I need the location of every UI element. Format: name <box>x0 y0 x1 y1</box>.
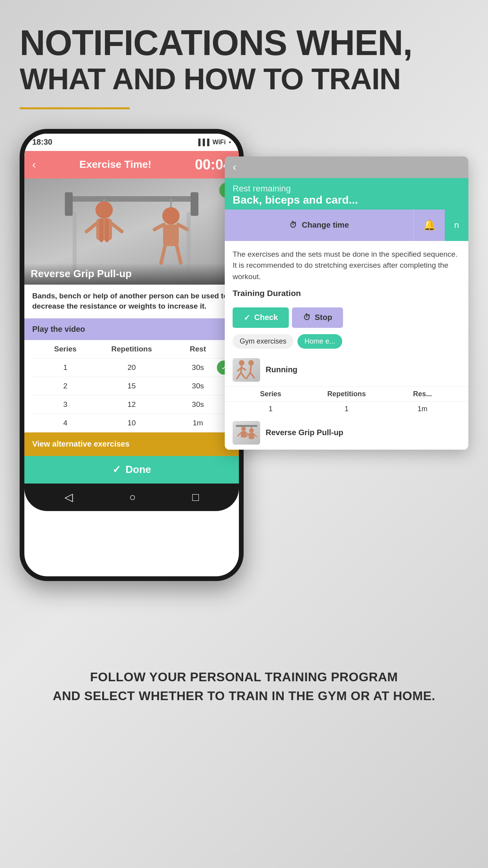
svg-line-21 <box>237 373 241 379</box>
list-item: Running <box>225 353 468 387</box>
overlay-body-text: The exercises and the sets must be done … <box>225 241 468 307</box>
exercise-tabs: Gym exercises Home e... <box>225 334 468 353</box>
svg-line-24 <box>242 368 246 370</box>
rest-remaining-label: Rest remaining <box>233 184 460 194</box>
svg-line-8 <box>86 224 96 232</box>
svg-line-22 <box>241 373 245 378</box>
svg-line-16 <box>177 246 181 263</box>
svg-point-25 <box>248 360 254 366</box>
pullup-thumb <box>233 421 260 445</box>
notification-button[interactable]: 🔔 <box>413 210 445 241</box>
phone-navigation: ◁ ○ □ <box>24 484 239 511</box>
workout-title: Back, biceps and card... <box>233 194 460 206</box>
exercise-header-bar: ‹ Exercise Time! 00:04 <box>24 151 239 178</box>
stop-button[interactable]: ⏱ Stop <box>292 307 343 328</box>
svg-rect-7 <box>105 219 109 242</box>
signal-icon: ▐▐▐ <box>196 139 209 146</box>
check-button[interactable]: ✓ Check <box>233 307 289 328</box>
svg-rect-6 <box>99 219 103 242</box>
nav-recent-icon[interactable]: □ <box>192 491 199 504</box>
footer-text: FOLLOW YOUR PERSONAL TRAINING PROGRAM AN… <box>20 648 468 729</box>
more-icon: n <box>454 220 459 230</box>
running-illustration <box>234 359 259 381</box>
page-title: NOTIFICATIONS WHEN, WHAT AND HOW TO TRAI… <box>20 24 468 96</box>
svg-point-19 <box>239 360 244 366</box>
svg-rect-29 <box>236 425 257 427</box>
svg-rect-1 <box>65 192 73 216</box>
series-header: Series Repetitions Rest <box>32 340 231 359</box>
play-video-button[interactable]: Play the video <box>24 318 239 340</box>
back-button[interactable]: ‹ <box>32 158 36 171</box>
table-row: 4 10 1m <box>32 414 231 432</box>
status-icons: ▐▐▐ WiFi ▪ <box>196 139 231 146</box>
svg-point-3 <box>95 201 113 219</box>
title-underline <box>20 107 130 109</box>
svg-line-39 <box>254 434 257 437</box>
done-check-icon: ✓ <box>112 463 121 476</box>
tab-home[interactable]: Home e... <box>297 334 342 349</box>
nav-home-icon[interactable]: ○ <box>129 491 136 504</box>
overlay-action-buttons: ✓ Check ⏱ Stop <box>233 307 460 328</box>
list-item: Reverse Grip Pull-up <box>225 416 468 450</box>
svg-line-33 <box>238 433 241 436</box>
svg-rect-5 <box>96 219 112 240</box>
mini-series-header: Series Repetitions Res... <box>225 387 468 402</box>
battery-icon: ▪ <box>229 139 231 146</box>
overlay-back-button[interactable]: ‹ <box>233 161 236 173</box>
stop-clock-icon: ⏱ <box>303 313 311 322</box>
running-name: Running <box>266 365 460 374</box>
svg-rect-37 <box>249 433 254 439</box>
overlay-action-bar: ⏱ Change time 🔔 n <box>225 210 468 241</box>
svg-rect-0 <box>65 196 198 202</box>
table-row: 1 20 30s ✓ <box>32 359 231 377</box>
table-row: 2 15 30s <box>32 377 231 395</box>
running-thumb <box>233 358 260 382</box>
svg-line-15 <box>161 246 165 263</box>
overlay-panel: ‹ Rest remaining Back, biceps and card..… <box>225 156 468 450</box>
clock-icon: ⏱ <box>289 221 297 230</box>
mini-series-row: 1 1 1m <box>225 402 468 416</box>
check-icon: ✓ <box>244 313 250 322</box>
svg-line-26 <box>250 366 251 373</box>
svg-line-13 <box>154 224 164 230</box>
phone-screen: 18:30 ▐▐▐ WiFi ▪ ‹ Exercise Time! 00:04 <box>24 134 239 576</box>
status-time: 18:30 <box>32 138 196 147</box>
svg-point-10 <box>162 207 180 224</box>
svg-line-28 <box>250 373 254 378</box>
svg-point-35 <box>249 428 254 433</box>
bell-icon: 🔔 <box>423 219 436 231</box>
phone-section: 18:30 ▐▐▐ WiFi ▪ ‹ Exercise Time! 00:04 <box>20 129 468 648</box>
table-row: 3 12 30s <box>32 395 231 414</box>
exercise-image: Reverse Grip Pull-up 4 <box>24 178 239 285</box>
rest-col-header: Rest <box>165 345 231 353</box>
wifi-icon: WiFi <box>213 139 226 146</box>
overlay-header: ‹ <box>225 156 468 178</box>
status-bar: 18:30 ▐▐▐ WiFi ▪ <box>24 134 239 151</box>
svg-line-14 <box>178 224 187 230</box>
svg-line-9 <box>112 224 122 232</box>
svg-line-20 <box>241 366 242 373</box>
svg-rect-2 <box>191 192 198 216</box>
pullup-name: Reverse Grip Pull-up <box>266 428 460 437</box>
svg-line-27 <box>246 373 250 379</box>
exercise-timer-label: Exercise Time! <box>79 158 151 171</box>
svg-point-30 <box>241 427 246 431</box>
alt-exercises-button[interactable]: View alternative exercises ⚙ <box>24 432 239 456</box>
done-button[interactable]: ✓ Done <box>24 456 239 484</box>
phone-device: 18:30 ▐▐▐ WiFi ▪ ‹ Exercise Time! 00:04 <box>20 129 244 581</box>
nav-back-icon[interactable]: ◁ <box>64 491 73 504</box>
reps-col-header: Repetitions <box>99 345 165 353</box>
more-button[interactable]: n <box>445 210 468 241</box>
series-table: Series Repetitions Rest 1 20 30s ✓ 2 1 <box>24 340 239 432</box>
series-col-header: Series <box>32 345 99 353</box>
tab-gym[interactable]: Gym exercises <box>233 334 294 349</box>
training-duration-label: Training Duration <box>233 287 460 300</box>
exercise-title-overlay: Reverse Grip Pull-up <box>24 263 239 285</box>
pullup-illustration-small <box>234 422 259 443</box>
svg-rect-12 <box>163 224 179 246</box>
exercise-description: Bands, bench or help of another person c… <box>24 285 239 318</box>
rest-remaining-bar: Rest remaining Back, biceps and card... <box>225 178 468 210</box>
change-time-button[interactable]: ⏱ Change time <box>225 210 413 241</box>
